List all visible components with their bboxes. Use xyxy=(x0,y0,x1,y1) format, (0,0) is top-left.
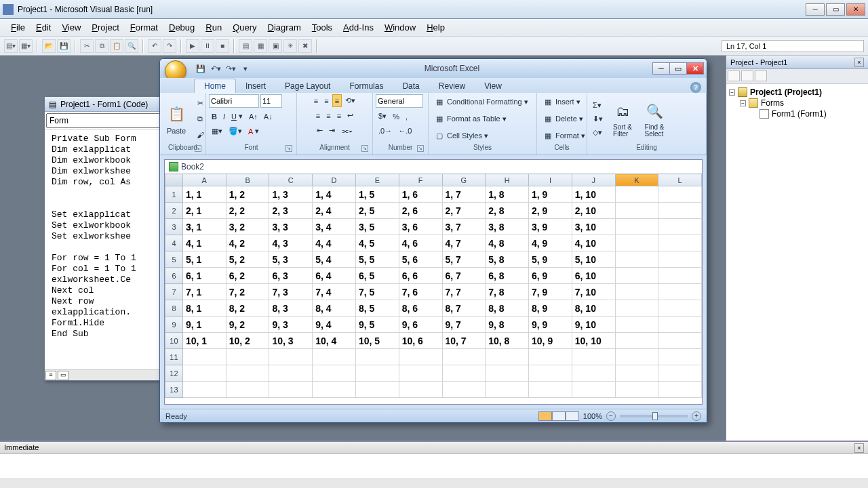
cell-F13[interactable] xyxy=(399,382,442,398)
row-header-2[interactable]: 2 xyxy=(165,203,183,219)
cell-G1[interactable]: 1, 7 xyxy=(442,186,486,203)
cell-E11[interactable] xyxy=(355,349,399,365)
cell-B1[interactable]: 1, 2 xyxy=(226,186,269,203)
row-header-10[interactable]: 10 xyxy=(165,333,183,349)
orientation-button[interactable]: ⟲▾ xyxy=(342,94,358,107)
clipboard-dialog-launcher[interactable]: ↘ xyxy=(195,145,201,152)
cell-A11[interactable] xyxy=(182,349,226,365)
cell-F12[interactable] xyxy=(399,365,442,382)
pause-button[interactable]: ⏸ xyxy=(201,39,214,53)
object-browser-button[interactable]: ▣ xyxy=(269,39,282,53)
cell-L2[interactable] xyxy=(658,203,702,219)
workbook-title[interactable]: Book2 xyxy=(165,160,702,174)
cell-L7[interactable] xyxy=(658,284,702,300)
tab-formulas[interactable]: Formulas xyxy=(340,79,393,93)
cell-styles-button[interactable]: ▢Cell Styles▾ xyxy=(431,128,491,143)
row-header-5[interactable]: 5 xyxy=(165,251,183,268)
cell-J13[interactable] xyxy=(572,382,615,398)
cell-L10[interactable] xyxy=(658,333,702,349)
cell-K10[interactable] xyxy=(615,333,658,349)
project-explorer-button[interactable]: ▤ xyxy=(239,39,252,53)
immediate-input[interactable] xyxy=(0,454,868,479)
close-button[interactable]: ✕ xyxy=(846,3,865,16)
cell-G13[interactable] xyxy=(442,382,486,398)
tab-home[interactable]: Home xyxy=(194,79,236,93)
zoom-in-button[interactable]: + xyxy=(692,411,701,421)
qat-undo-button[interactable]: ↶▾ xyxy=(210,63,221,74)
decrease-decimal-button[interactable]: ←.0 xyxy=(395,125,414,137)
qat-customize-button[interactable]: ▾ xyxy=(240,63,251,74)
cell-H13[interactable] xyxy=(486,382,529,398)
cell-L9[interactable] xyxy=(658,317,702,333)
cell-B11[interactable] xyxy=(226,349,269,365)
conditional-formatting-button[interactable]: ▦Conditional Formatting▾ xyxy=(431,94,531,109)
cell-I5[interactable]: 5, 9 xyxy=(529,251,572,268)
row-header-4[interactable]: 4 xyxy=(165,235,183,251)
font-color-button[interactable]: A▾ xyxy=(245,125,262,138)
menu-format[interactable]: Format xyxy=(125,21,163,34)
cell-E13[interactable] xyxy=(355,382,399,398)
row-header-8[interactable]: 8 xyxy=(165,300,183,317)
cell-D7[interactable]: 7, 4 xyxy=(313,284,356,300)
full-view-button[interactable]: ≡ xyxy=(45,371,56,380)
tab-insert[interactable]: Insert xyxy=(236,79,275,93)
cell-L1[interactable] xyxy=(658,186,702,203)
align-top-button[interactable]: ≡ xyxy=(311,94,321,107)
format-as-table-button[interactable]: ▦Format as Table▾ xyxy=(431,111,509,126)
cell-B4[interactable]: 4, 2 xyxy=(226,235,269,251)
properties-button[interactable]: ▦ xyxy=(254,39,267,53)
cell-J1[interactable]: 1, 10 xyxy=(572,186,615,203)
cell-A6[interactable]: 6, 1 xyxy=(182,268,226,284)
row-header-1[interactable]: 1 xyxy=(165,186,183,203)
increase-decimal-button[interactable]: .0→ xyxy=(376,125,395,137)
spreadsheet-grid[interactable]: ABCDEFGHIJKL11, 11, 21, 31, 41, 51, 61, … xyxy=(165,174,702,404)
menu-run[interactable]: Run xyxy=(200,21,227,34)
cell-A10[interactable]: 10, 1 xyxy=(182,333,226,349)
select-all-corner[interactable] xyxy=(165,174,183,186)
excel-titlebar[interactable]: 💾 ↶▾ ↷▾ ▾ Microsoft Excel ─ ▭ ✕ xyxy=(160,59,707,78)
tab-page-layout[interactable]: Page Layout xyxy=(275,79,340,93)
cell-K1[interactable] xyxy=(615,186,658,203)
cell-H8[interactable]: 8, 8 xyxy=(486,300,529,317)
fill-color-button[interactable]: 🪣▾ xyxy=(226,125,245,138)
tools-button[interactable]: ✖ xyxy=(298,39,312,53)
bold-button[interactable]: B xyxy=(209,110,220,123)
cell-H11[interactable] xyxy=(486,349,529,365)
cell-K9[interactable] xyxy=(615,317,658,333)
minimize-button[interactable]: ─ xyxy=(806,3,825,16)
zoom-out-button[interactable]: − xyxy=(606,411,616,421)
cell-F3[interactable]: 3, 6 xyxy=(399,219,442,235)
menu-view[interactable]: View xyxy=(56,21,86,34)
cell-J7[interactable]: 7, 10 xyxy=(572,284,615,300)
cell-L13[interactable] xyxy=(658,382,702,398)
cell-I9[interactable]: 9, 9 xyxy=(529,317,572,333)
cell-G12[interactable] xyxy=(442,365,486,382)
cell-C11[interactable] xyxy=(269,349,313,365)
cell-I13[interactable] xyxy=(529,382,572,398)
cell-L3[interactable] xyxy=(658,219,702,235)
cell-D11[interactable] xyxy=(313,349,356,365)
cell-D4[interactable]: 4, 4 xyxy=(313,235,356,251)
cell-E9[interactable]: 9, 5 xyxy=(355,317,399,333)
column-header-J[interactable]: J xyxy=(572,174,615,186)
run-button[interactable]: ▶ xyxy=(186,39,199,53)
menu-addins[interactable]: Add-Ins xyxy=(338,21,379,34)
menu-diagram[interactable]: Diagram xyxy=(262,21,307,34)
comma-button[interactable]: , xyxy=(403,110,410,123)
cell-B5[interactable]: 5, 2 xyxy=(226,251,269,268)
open-button[interactable]: 📂 xyxy=(42,39,56,53)
cell-I8[interactable]: 8, 9 xyxy=(529,300,572,317)
column-header-H[interactable]: H xyxy=(486,174,529,186)
zoom-slider[interactable] xyxy=(620,415,688,418)
cell-J8[interactable]: 8, 10 xyxy=(572,300,615,317)
cell-J3[interactable]: 3, 10 xyxy=(572,219,615,235)
cell-K6[interactable] xyxy=(615,268,658,284)
font-size-combo[interactable] xyxy=(260,94,282,108)
cell-F4[interactable]: 4, 6 xyxy=(399,235,442,251)
cell-C7[interactable]: 7, 3 xyxy=(269,284,313,300)
office-button[interactable] xyxy=(163,60,189,77)
font-name-combo[interactable] xyxy=(209,94,259,108)
normal-view-button[interactable] xyxy=(538,411,552,421)
cell-H5[interactable]: 5, 8 xyxy=(486,251,529,268)
tree-forms-folder[interactable]: − Forms xyxy=(740,98,865,108)
